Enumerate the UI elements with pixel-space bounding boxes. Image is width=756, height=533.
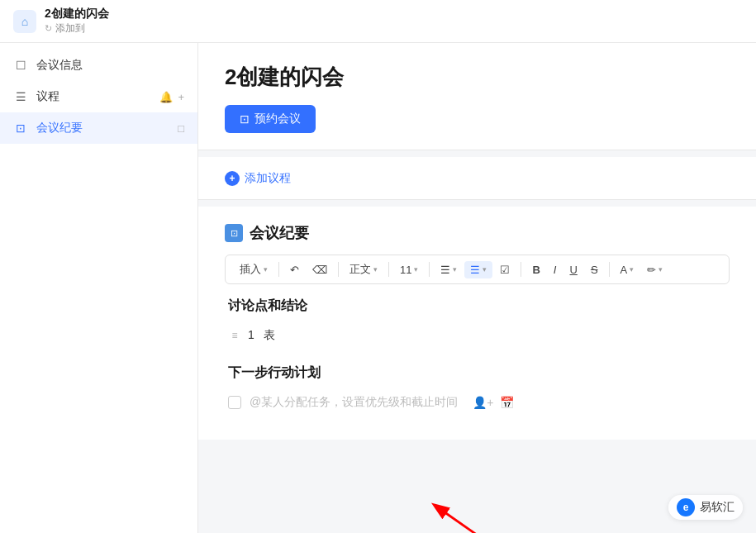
text-format-button[interactable]: 正文 ▾ — [344, 259, 383, 279]
book-meeting-button[interactable]: ⊡ 预约会议 — [225, 105, 316, 133]
meeting-title: 2创建的闪会 — [225, 63, 730, 92]
sidebar-item-label: 议程 — [36, 89, 151, 104]
book-icon: ⊡ — [240, 112, 250, 126]
bold-button[interactable]: B — [526, 261, 545, 278]
top-header: ⌂ 2创建的闪会 ↻ 添加到 — [0, 0, 756, 43]
toolbar-sep-3 — [388, 262, 389, 277]
svg-line-1 — [435, 506, 482, 533]
date-icon[interactable]: 📅 — [500, 396, 514, 409]
eraser-button[interactable]: ⌫ — [307, 261, 333, 278]
sidebar-item-minutes[interactable]: ⊡ 会议纪要 □ — [0, 112, 197, 144]
bell-icon[interactable]: 🔔 — [159, 91, 173, 103]
underline-button[interactable]: U — [563, 261, 582, 278]
font-color-label: A — [620, 264, 628, 276]
calendar-icon: ☐ — [13, 58, 28, 73]
highlight-icon: ✏ — [647, 264, 656, 276]
sidebar-item-agenda[interactable]: ☰ 议程 🔔 + — [0, 81, 197, 112]
list1-button[interactable]: ☰ ▾ — [435, 261, 463, 278]
list-item-1: ≡ 1 表 — [228, 323, 726, 348]
list-icon: ☰ — [13, 89, 28, 104]
sidebar: ☐ 会议信息 ☰ 议程 🔔 + ⊡ 会议纪要 □ — [0, 43, 198, 533]
plus-circle-icon: + — [225, 171, 240, 186]
strikethrough-label: S — [591, 264, 598, 276]
sidebar-item-label: 会议信息 — [36, 58, 184, 73]
insert-button[interactable]: 插入 ▾ — [234, 259, 273, 279]
add-agenda-label: 添加议程 — [245, 171, 291, 186]
action-icons: 👤+ 📅 — [473, 396, 514, 409]
format-clear-button[interactable]: ↶ — [284, 261, 305, 278]
minutes-icon: ⊡ — [13, 121, 28, 136]
action-placeholder-text: @某人分配任务，设置优先级和截止时间 — [250, 395, 458, 410]
watermark-text: 易软汇 — [700, 500, 735, 515]
subtitle: ↻ 添加到 — [45, 21, 109, 36]
toolbar-sep-2 — [338, 262, 339, 277]
minutes-header: ⊡ 会议纪要 — [225, 223, 730, 243]
toolbar-sep-4 — [429, 262, 430, 277]
red-arrow — [416, 486, 491, 533]
action-checkbox[interactable] — [228, 396, 241, 409]
checkbox-icon: ☑ — [500, 264, 510, 276]
toolbar-sep-1 — [278, 262, 279, 277]
editor-content: 讨论点和结论 ≡ 1 表 下一步行动计划 — [225, 297, 730, 415]
book-btn-label: 预约会议 — [254, 112, 301, 126]
title-area: 2创建的闪会 ↻ 添加到 — [45, 7, 109, 36]
bold-label: B — [532, 264, 540, 276]
meeting-info-section: 2创建的闪会 ⊡ 预约会议 — [198, 43, 756, 150]
list-item-text[interactable]: 1 表 — [248, 328, 275, 343]
text-format-chevron: ▾ — [373, 265, 378, 274]
sync-icon: ↻ — [45, 23, 52, 34]
eraser-icon: ⌫ — [312, 264, 327, 276]
toolbar-sep-6 — [609, 262, 610, 277]
list1-icon: ☰ — [440, 264, 450, 276]
highlight-button[interactable]: ✏ ▾ — [641, 261, 668, 278]
assign-person-icon[interactable]: 👤+ — [473, 396, 493, 409]
content-area: 2创建的闪会 ⊡ 预约会议 + 添加议程 ⊡ 会议纪要 插入 ▾ — [198, 43, 756, 533]
agenda-section: + 添加议程 — [198, 157, 756, 200]
insert-label: 插入 — [240, 262, 261, 277]
meeting-name: 2创建的闪会 — [45, 7, 109, 21]
highlight-chevron: ▾ — [659, 265, 663, 274]
subtitle-text: 添加到 — [55, 21, 85, 36]
minutes-actions: □ — [178, 122, 184, 135]
add-agenda-icon[interactable]: + — [178, 91, 184, 103]
font-color-button[interactable]: A ▾ — [615, 261, 640, 278]
discussion-heading: 讨论点和结论 — [228, 297, 726, 315]
sidebar-item-label: 会议纪要 — [36, 121, 169, 136]
minutes-section: ⊡ 会议纪要 插入 ▾ ↶ ⌫ 正文 ▾ — [198, 207, 756, 440]
font-color-chevron: ▾ — [630, 265, 634, 274]
list1-chevron: ▾ — [453, 265, 457, 274]
action-plan-heading: 下一步行动计划 — [228, 364, 726, 382]
format-clear-icon: ↶ — [290, 264, 299, 276]
action-row: @某人分配任务，设置优先级和截止时间 👤+ 📅 — [228, 390, 726, 415]
minutes-section-title: 会议纪要 — [250, 223, 309, 243]
list2-button[interactable]: ☰ ▾ — [464, 261, 492, 278]
watermark-logo: e — [677, 498, 695, 516]
font-size-value: 11 — [400, 264, 411, 276]
agenda-actions: 🔔 + — [159, 91, 184, 103]
minutes-badge-icon: □ — [178, 122, 184, 135]
checkbox-button[interactable]: ☑ — [494, 261, 516, 278]
list2-chevron: ▾ — [483, 265, 487, 274]
strikethrough-button[interactable]: S — [585, 261, 604, 278]
watermark-logo-text: e — [683, 502, 689, 513]
insert-chevron: ▾ — [264, 265, 268, 274]
italic-button[interactable]: I — [548, 261, 563, 278]
toolbar-sep-5 — [521, 262, 521, 277]
list-bullet-icon: ≡ — [228, 329, 241, 342]
main-layout: ☐ 会议信息 ☰ 议程 🔔 + ⊡ 会议纪要 □ 2创建的闪会 ⊡ 预约会议 — [0, 43, 756, 533]
home-icon[interactable]: ⌂ — [13, 10, 36, 33]
text-format-label: 正文 — [349, 262, 371, 277]
list2-icon: ☰ — [470, 264, 480, 276]
watermark: e 易软汇 — [668, 495, 743, 520]
font-size-button[interactable]: 11 ▾ — [394, 261, 424, 278]
editor-toolbar: 插入 ▾ ↶ ⌫ 正文 ▾ 11 ▾ — [225, 255, 730, 284]
sidebar-item-meeting-info[interactable]: ☐ 会议信息 — [0, 50, 197, 81]
underline-label: U — [569, 264, 577, 276]
add-agenda-button[interactable]: + 添加议程 — [225, 171, 291, 186]
minutes-section-icon: ⊡ — [225, 224, 243, 242]
font-size-chevron: ▾ — [414, 265, 418, 274]
italic-label: I — [554, 264, 557, 276]
